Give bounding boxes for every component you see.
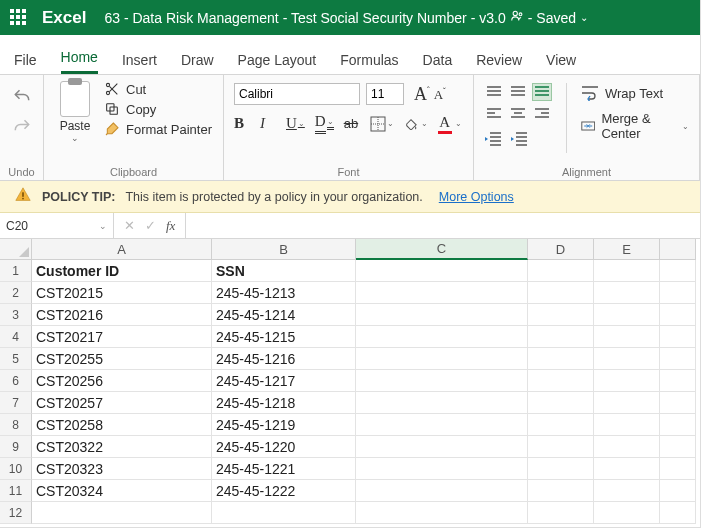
decrease-indent-button[interactable] [484,131,502,150]
cell[interactable] [356,502,528,524]
fill-color-button[interactable]: ⌄ [404,118,428,130]
policy-more-link[interactable]: More Options [439,190,514,204]
cell[interactable]: SSN [212,260,356,282]
column-header-D[interactable]: D [528,239,594,260]
cell[interactable] [356,326,528,348]
cell[interactable] [660,260,696,282]
cell[interactable]: 245-45-1215 [212,326,356,348]
select-all-corner[interactable] [0,239,32,260]
column-header-end[interactable] [660,239,696,260]
cell[interactable]: CST20216 [32,304,212,326]
cell[interactable] [660,348,696,370]
cell[interactable] [660,414,696,436]
redo-button[interactable] [10,115,34,139]
cell[interactable] [594,348,660,370]
cell[interactable] [356,392,528,414]
double-underline-button[interactable]: D⌄ [315,113,334,134]
copy-button[interactable]: Copy [104,101,212,117]
cut-button[interactable]: Cut [104,81,212,97]
row-header[interactable]: 6 [0,370,32,392]
row-header[interactable]: 1 [0,260,32,282]
tab-page-layout[interactable]: Page Layout [238,52,317,74]
underline-button[interactable]: U⌄ [286,115,305,132]
row-header[interactable]: 3 [0,304,32,326]
cell[interactable]: CST20256 [32,370,212,392]
tab-view[interactable]: View [546,52,576,74]
strikethrough-button[interactable]: ab [344,116,360,131]
cell[interactable] [356,282,528,304]
align-top-left[interactable] [484,83,504,101]
row-header[interactable]: 9 [0,436,32,458]
fx-icon[interactable]: fx [166,218,175,234]
cell[interactable] [356,458,528,480]
column-header-A[interactable]: A [32,239,212,260]
cell[interactable] [594,436,660,458]
row-header[interactable]: 8 [0,414,32,436]
cell[interactable]: CST20324 [32,480,212,502]
cancel-formula-button[interactable]: ✕ [124,218,135,233]
tab-draw[interactable]: Draw [181,52,214,74]
document-title[interactable]: 63 - Data Risk Management - Test Social … [104,9,588,26]
cell[interactable] [660,502,696,524]
cell[interactable]: CST20215 [32,282,212,304]
borders-button[interactable]: ⌄ [370,116,394,132]
cell[interactable] [594,392,660,414]
cell[interactable] [528,260,594,282]
column-header-C[interactable]: C [356,239,528,260]
cell[interactable] [594,414,660,436]
name-box[interactable]: C20 ⌄ [0,213,114,238]
row-header[interactable]: 5 [0,348,32,370]
cell[interactable] [528,480,594,502]
cell[interactable] [594,282,660,304]
row-header[interactable]: 4 [0,326,32,348]
row-header[interactable]: 7 [0,392,32,414]
cell[interactable] [660,370,696,392]
tab-data[interactable]: Data [423,52,453,74]
cell[interactable] [660,304,696,326]
cell[interactable]: 245-45-1218 [212,392,356,414]
cell[interactable]: 245-45-1213 [212,282,356,304]
cell[interactable] [660,392,696,414]
cell[interactable]: CST20258 [32,414,212,436]
cell[interactable]: CST20322 [32,436,212,458]
cell[interactable]: 245-45-1222 [212,480,356,502]
cell[interactable] [594,326,660,348]
cell[interactable]: CST20257 [32,392,212,414]
tab-review[interactable]: Review [476,52,522,74]
cell[interactable] [660,282,696,304]
chevron-down-icon[interactable]: ⌄ [580,12,588,23]
font-name-input[interactable] [234,83,360,105]
cell[interactable] [528,458,594,480]
chevron-down-icon[interactable]: ⌄ [99,221,107,231]
increase-font-button[interactable]: Aˆ [414,84,430,105]
undo-button[interactable] [10,85,34,109]
cell[interactable]: 245-45-1219 [212,414,356,436]
cell[interactable] [528,392,594,414]
tab-insert[interactable]: Insert [122,52,157,74]
tab-file[interactable]: File [14,52,37,74]
cell[interactable]: CST20323 [32,458,212,480]
cell[interactable] [356,260,528,282]
cell[interactable]: CST20255 [32,348,212,370]
cell[interactable] [594,260,660,282]
cell[interactable] [528,436,594,458]
cell[interactable] [356,304,528,326]
align-left[interactable] [484,105,504,123]
cell[interactable] [594,304,660,326]
cell[interactable] [528,326,594,348]
decrease-font-button[interactable]: Aˇ [434,87,446,103]
align-top-center[interactable] [508,83,528,101]
cell[interactable]: 245-45-1217 [212,370,356,392]
cell[interactable] [594,502,660,524]
column-header-B[interactable]: B [212,239,356,260]
cell[interactable]: 245-45-1214 [212,304,356,326]
cell[interactable] [356,370,528,392]
merge-center-button[interactable]: Merge & Center ⌄ [581,111,689,141]
cell[interactable] [32,502,212,524]
cell[interactable] [528,370,594,392]
chevron-down-icon[interactable]: ⌄ [682,122,689,131]
cell[interactable] [528,502,594,524]
cell[interactable] [528,282,594,304]
cell[interactable] [660,480,696,502]
align-center[interactable] [508,105,528,123]
